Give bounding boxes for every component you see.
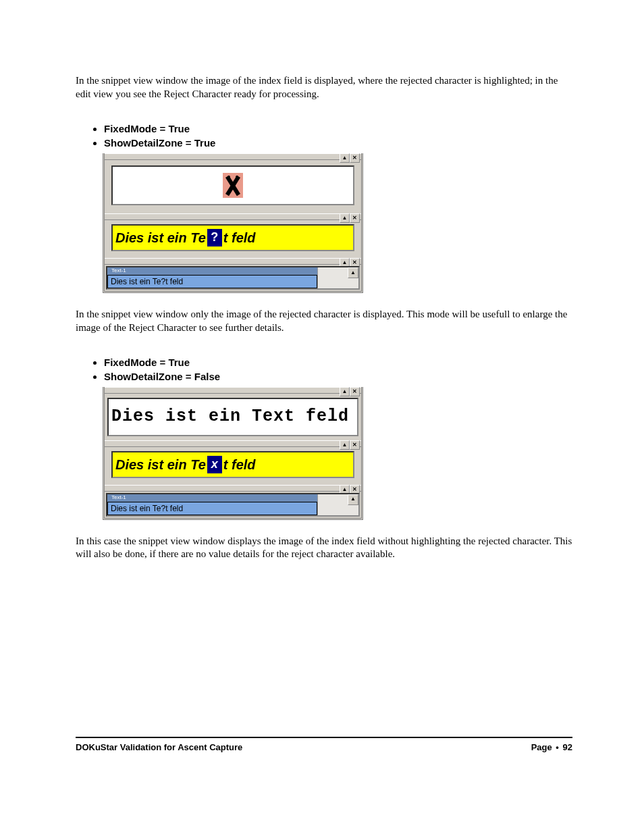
edit-pane: ▲ ✕ Text-1 ▲: [105, 258, 361, 290]
snippet-pane: ▲ ✕: [105, 153, 361, 213]
ocr-pane: ▲ ✕ Dies ist ein Te x t feld: [105, 440, 361, 485]
bullet-list-2: FixedMode = True ShowDetailZone = False: [76, 356, 572, 383]
edit-field-input[interactable]: [107, 275, 317, 288]
grid-spacer: ▲: [317, 267, 358, 288]
ocr-text-pre: Dies ist ein Te: [115, 229, 206, 246]
footer-page: Page • 92: [531, 742, 572, 754]
reject-character-inline: ?: [207, 229, 222, 246]
bullet-item: FixedMode = True: [104, 356, 572, 369]
ocr-pane: ▲ ✕ Dies ist ein Te ? t feld: [105, 213, 361, 258]
page-footer: DOKuStar Validation for Ascent Capture P…: [76, 737, 572, 754]
figure-2: ▲ ✕ Dies ist ein Text feld ▲ ✕ Dies ist …: [103, 387, 363, 520]
ocr-text-pre: Dies ist ein Te: [115, 456, 206, 473]
up-icon[interactable]: ▲: [340, 153, 350, 163]
ocr-text-post: t feld: [223, 456, 256, 473]
snippet-canvas: [111, 165, 354, 205]
close-icon[interactable]: ✕: [350, 153, 360, 163]
footer-title: DOKuStar Validation for Ascent Capture: [76, 742, 242, 754]
bullet-item: ShowDetailZone = False: [104, 370, 572, 384]
ocr-text-post: t feld: [223, 229, 256, 246]
bullet-item: FixedMode = True: [104, 122, 572, 136]
reject-character-inline: x: [207, 456, 222, 473]
snippet-pane: ▲ ✕ Dies ist ein Text feld: [105, 387, 361, 440]
bullet-item: ShowDetailZone = True: [104, 136, 572, 150]
close-icon[interactable]: ✕: [350, 213, 360, 223]
grid-spacer: ▲: [317, 494, 358, 515]
close-icon[interactable]: ✕: [350, 440, 360, 450]
grid-column-label: Text-1: [107, 267, 317, 275]
document-page: In the snippet view window the image of …: [0, 0, 644, 787]
reject-character-highlight: [223, 173, 243, 198]
edit-pane: ▲ ✕ Text-1 ▲: [105, 485, 361, 517]
scroll-up-icon[interactable]: ▲: [348, 494, 358, 505]
up-icon[interactable]: ▲: [340, 213, 350, 223]
ocr-text-line: Dies ist ein Te x t feld: [111, 451, 354, 478]
edit-field-input[interactable]: [107, 502, 317, 515]
ocr-text-line: Dies ist ein Te ? t feld: [111, 224, 354, 251]
up-icon[interactable]: ▲: [340, 440, 350, 450]
grid-column-label: Text-1: [107, 494, 317, 502]
x-glyph-icon: [225, 176, 241, 196]
up-icon[interactable]: ▲: [340, 387, 350, 396]
bullet-icon: •: [556, 742, 559, 752]
scroll-up-icon[interactable]: ▲: [348, 267, 358, 278]
bullet-list-1: FixedMode = True ShowDetailZone = True: [76, 122, 572, 149]
paragraph-3: In this case the snippet view window dis…: [76, 535, 572, 561]
paragraph-2: In the snippet view window only the imag…: [76, 308, 572, 334]
snippet-text: Dies ist ein Text feld: [107, 398, 358, 436]
paragraph-1: In the snippet view window the image of …: [76, 74, 572, 101]
close-icon[interactable]: ✕: [350, 387, 360, 396]
figure-1: ▲ ✕ ▲ ✕ Dies: [103, 153, 363, 293]
